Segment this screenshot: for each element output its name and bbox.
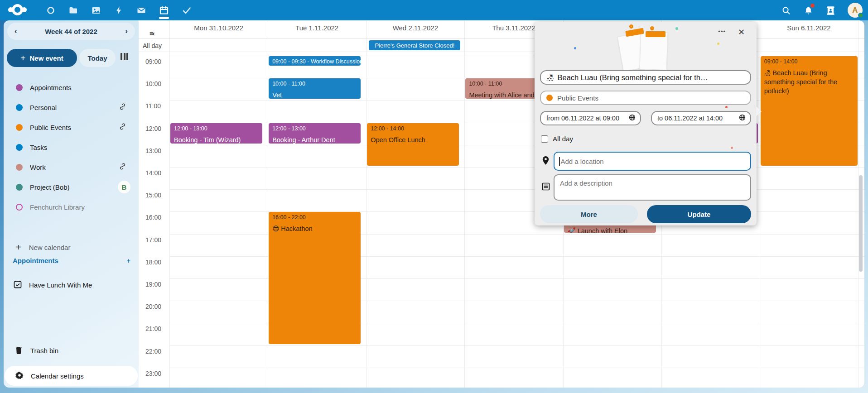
next-week-button[interactable]: › — [125, 27, 128, 36]
calendar-event[interactable]: 09:00 - 09:30 - Workflow Discussion — [269, 56, 361, 66]
all-day-checkbox[interactable] — [541, 135, 548, 143]
time-label: 10:00 — [145, 80, 161, 87]
new-calendar-button[interactable]: + New calendar — [16, 242, 70, 253]
event-title-emoji: 🏖 — [546, 73, 554, 82]
calendar-label: Tasks — [30, 144, 47, 151]
description-input[interactable]: Add a description — [554, 174, 751, 201]
calendar-color-dot — [16, 204, 23, 211]
bell-icon[interactable] — [802, 5, 814, 16]
check-app-icon[interactable] — [181, 5, 193, 16]
active-app-indicator — [159, 17, 169, 19]
sidebar: ‹ Week 44 of 2022 › + New event Today Ap… — [4, 20, 139, 388]
location-input[interactable]: Add a location — [554, 152, 751, 171]
calendar-label: Project (Bob) — [30, 183, 70, 191]
event-time: 12:00 - 13:00 — [272, 125, 357, 132]
view-mode-icon[interactable] — [121, 53, 128, 60]
appointment-item[interactable]: Have Lunch With Me — [14, 280, 92, 290]
calendar-select[interactable]: Public Events — [540, 91, 751, 105]
image-app-icon[interactable] — [90, 5, 102, 16]
today-button[interactable]: Today — [79, 49, 116, 67]
time-label: 22:00 — [145, 348, 161, 355]
trash-bin-button[interactable]: Trash bin — [15, 346, 58, 355]
folder-app-icon[interactable] — [68, 5, 79, 16]
time-label: 14:00 — [145, 169, 161, 177]
sidebar-calendar-fenchurch-library[interactable]: Fenchurch Library — [4, 197, 139, 217]
contacts-icon[interactable] — [825, 5, 836, 16]
collapse-sidebar-icon[interactable]: ≡‹ — [149, 29, 154, 37]
all-day-label: All day — [143, 42, 162, 49]
timezone-globe-icon[interactable] — [739, 114, 746, 122]
calendar-color-dot — [16, 144, 23, 151]
time-label: 20:00 — [145, 303, 161, 310]
ring-app-icon[interactable] — [45, 5, 57, 16]
timezone-globe-icon[interactable] — [629, 114, 636, 122]
time-label: 21:00 — [145, 325, 161, 332]
calendar-label: Work — [30, 163, 46, 171]
calendar-color-dot — [16, 104, 23, 111]
event-time: 12:00 - 14:00 — [371, 125, 455, 132]
sidebar-calendar-tasks[interactable]: Tasks — [4, 137, 139, 157]
more-button[interactable]: More — [540, 205, 638, 223]
calendar-app-icon[interactable] — [158, 5, 170, 16]
lightning-app-icon[interactable] — [113, 5, 125, 16]
share-link-icon[interactable] — [118, 122, 127, 133]
sidebar-calendar-personal[interactable]: Personal — [4, 97, 139, 117]
search-icon[interactable] — [780, 5, 792, 16]
online-status-dot — [858, 13, 863, 18]
calendar-settings-button[interactable]: Calendar settings — [5, 366, 138, 386]
time-label: 13:00 — [145, 147, 161, 154]
calendar-color-dot — [546, 95, 553, 101]
calendar-color-dot — [16, 84, 23, 91]
event-editor-popup: ••• ✕ 🏖 Beach Luau (Bring something spec… — [535, 22, 757, 225]
nextcloud-logo-icon[interactable] — [8, 4, 27, 15]
all-day-event[interactable]: Pierre's General Store Closed! — [369, 40, 460, 50]
mail-app-icon[interactable] — [135, 5, 147, 16]
sidebar-calendar-work[interactable]: Work — [4, 157, 139, 177]
day-header: Tue 1.11.2022 — [268, 24, 366, 33]
day-header: Mon 31.10.2022 — [169, 24, 268, 33]
event-title-input[interactable]: 🏖 Beach Luau (Bring something special fo… — [540, 70, 751, 85]
end-date-input[interactable]: to 06.11.2022 at 14:00 — [651, 111, 751, 125]
all-day-toggle[interactable]: All day — [541, 135, 573, 143]
event-title: 😎 Hackathon — [272, 224, 357, 233]
share-link-icon[interactable] — [118, 102, 127, 113]
avatar[interactable]: A — [848, 3, 863, 18]
sidebar-calendar-appointments[interactable]: Appointments — [4, 77, 139, 97]
week-navigation: ‹ Week 44 of 2022 › — [7, 23, 135, 40]
share-link-icon[interactable] — [118, 162, 127, 173]
event-text: 09:00 - 09:30 - Workflow Discussion — [272, 58, 357, 65]
prev-week-button[interactable]: ‹ — [14, 27, 17, 36]
vertical-scrollbar[interactable] — [859, 175, 863, 272]
time-label: 18:00 — [145, 259, 161, 266]
description-icon — [542, 182, 550, 192]
close-icon[interactable]: ✕ — [736, 25, 747, 39]
week-label: Week 44 of 2022 — [45, 28, 97, 35]
time-label: 16:00 — [145, 214, 161, 221]
sidebar-calendar-public-events[interactable]: Public Events — [4, 117, 139, 137]
calendar-event[interactable]: 12:00 - 13:00Booking - Tim (Wizard) — [170, 123, 262, 144]
clipboard-illustration — [614, 25, 682, 70]
calendar-color-dot — [16, 184, 23, 191]
calendar-check-icon — [14, 280, 22, 290]
time-label: 09:00 — [145, 58, 161, 65]
calendar-event[interactable]: 09:00 - 14:00🏖 Beach Luau (Bring somethi… — [761, 56, 858, 166]
calendar-event[interactable]: 16:00 - 22:00😎 Hackathon — [269, 212, 361, 344]
time-label: 12:00 — [145, 125, 161, 132]
start-date-input[interactable]: from 06.11.2022 at 09:00 — [540, 111, 641, 125]
event-title: 🚀 Launch with Elon — [568, 226, 652, 232]
calendar-event[interactable]: 10:00 - 11:00Vet — [269, 78, 361, 99]
calendar-event[interactable]: 12:00 - 13:00Booking - Arthur Dent — [269, 123, 361, 144]
location-pin-icon — [542, 156, 550, 167]
time-label: 23:00 — [145, 370, 161, 377]
new-event-button[interactable]: + New event — [7, 49, 77, 67]
popup-actions-menu[interactable]: ••• — [715, 25, 728, 38]
time-label: 11:00 — [145, 102, 161, 110]
event-title: Open Office Lunch — [371, 135, 455, 144]
update-button[interactable]: Update — [647, 205, 751, 223]
event-time: 10:00 - 11:00 — [272, 81, 357, 87]
add-appointment-button[interactable]: + — [126, 257, 130, 264]
sidebar-calendar-project-bob-[interactable]: Project (Bob)B — [4, 177, 139, 197]
calendar-event[interactable]: 12:00 - 14:00Open Office Lunch — [367, 123, 459, 166]
day-header: Wed 2.11.2022 — [366, 24, 464, 33]
calendar-label: Personal — [30, 104, 57, 111]
